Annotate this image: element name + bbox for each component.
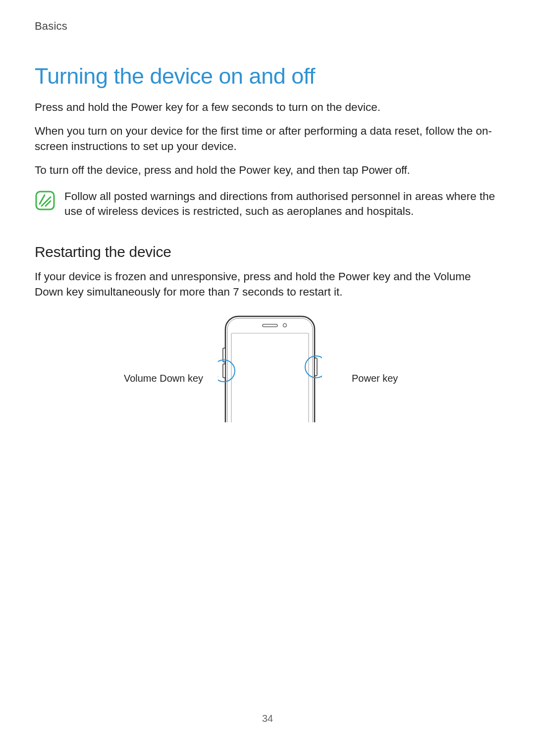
svg-rect-1 [225,316,315,422]
volume-down-key-label: Volume Down key [89,373,203,384]
svg-point-12 [218,376,218,378]
restart-paragraph: If your device is frozen and unresponsiv… [35,269,500,300]
paragraph-3-prefix: To turn off the device, press and hold t… [35,164,362,176]
power-off-label: Power off [362,164,407,176]
svg-rect-0 [36,192,54,209]
note-text: Follow all posted warnings and direction… [64,189,500,219]
section-header: Basics [35,20,500,33]
phone-illustration [218,313,322,422]
page-number: 34 [0,713,535,724]
svg-rect-8 [315,358,317,376]
note-icon [35,190,55,211]
svg-rect-7 [223,364,225,378]
note-callout: Follow all posted warnings and direction… [35,189,500,219]
paragraph-2: When you turn on your device for the fir… [35,124,500,154]
paragraph-3: To turn off the device, press and hold t… [35,163,500,178]
paragraph-1: Press and hold the Power key for a few s… [35,100,500,115]
page-title: Turning the device on and off [35,63,500,89]
subheading-restart: Restarting the device [35,244,500,260]
paragraph-3-suffix: . [407,164,410,176]
power-key-label: Power key [352,373,411,384]
device-figure: Volume Down key Power key [35,313,500,422]
